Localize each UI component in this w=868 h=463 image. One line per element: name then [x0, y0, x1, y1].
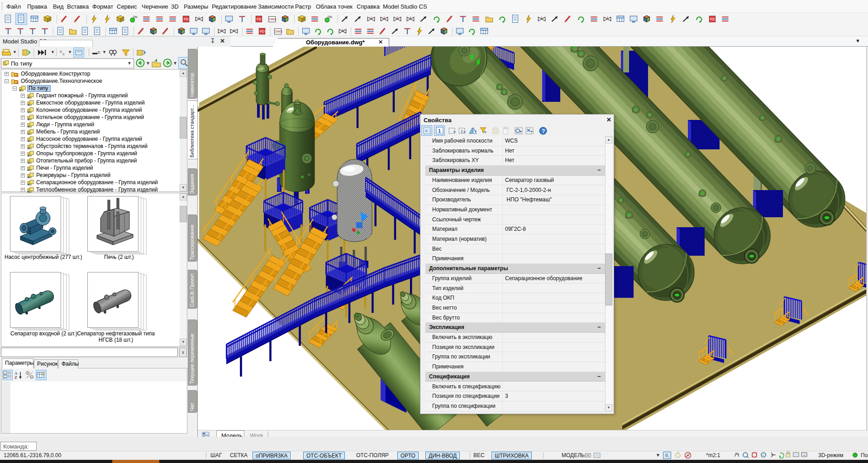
- svg-text:PD: PD: [260, 29, 265, 33]
- svg-text:1: 1: [461, 129, 463, 134]
- svg-text:a: a: [60, 49, 62, 53]
- svg-text:+: +: [27, 372, 29, 375]
- svg-text:DWG: DWG: [269, 18, 276, 21]
- svg-text:?: ?: [542, 128, 545, 134]
- svg-text:Z: Z: [14, 375, 17, 380]
- svg-text:PD: PD: [184, 17, 189, 21]
- svg-text:+: +: [4, 372, 6, 375]
- svg-text:+: +: [425, 129, 428, 134]
- svg-text:DN: DN: [328, 15, 332, 19]
- svg-text:PD: PD: [710, 17, 715, 21]
- svg-text:▬=: ▬=: [92, 50, 100, 55]
- svg-text:1: 1: [438, 128, 441, 134]
- svg-text:b: b: [62, 52, 65, 56]
- svg-text:+: +: [762, 453, 764, 457]
- svg-text:PD: PD: [257, 17, 262, 21]
- svg-text:+: +: [4, 376, 6, 378]
- svg-text:DN: DN: [133, 15, 138, 19]
- svg-text:DWG: DWG: [275, 30, 282, 33]
